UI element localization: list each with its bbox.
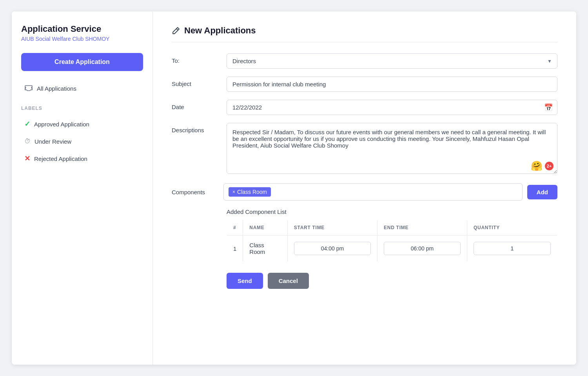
table-header-row: # NAME START TIME END TIME QUANTITY xyxy=(227,220,557,235)
cell-start-time xyxy=(287,235,377,262)
added-component-section: Added Component List # NAME START TIME E… xyxy=(227,208,557,262)
all-applications-item[interactable]: All Applications xyxy=(21,80,143,96)
date-control: 📅 xyxy=(227,100,557,115)
create-application-button[interactable]: Create Application xyxy=(21,53,143,71)
end-time-input[interactable] xyxy=(384,242,461,255)
clock-icon: ⏱ xyxy=(24,138,31,145)
cell-num: 1 xyxy=(227,235,243,262)
add-button[interactable]: Add xyxy=(527,185,557,199)
to-control: Directors Management HR ▼ xyxy=(227,53,557,69)
cancel-button[interactable]: Cancel xyxy=(268,273,309,289)
col-name: NAME xyxy=(243,220,287,235)
start-time-input[interactable] xyxy=(294,242,371,255)
to-label: To: xyxy=(172,53,219,64)
cell-name: Class Room xyxy=(243,235,287,262)
to-row: To: Directors Management HR ▼ xyxy=(172,53,557,69)
subject-label: Subject xyxy=(172,77,219,87)
labels-section: LABELS ✓ Approved Application ⏱ Under Re… xyxy=(21,106,143,167)
page-title: New Applications xyxy=(184,26,256,36)
component-tag: × Class Room xyxy=(229,187,271,197)
label-item-review[interactable]: ⏱ Under Review xyxy=(21,134,143,149)
textarea-wrapper: Respected Sir / Madam, To discuss our fu… xyxy=(227,123,557,175)
label-item-approved[interactable]: ✓ Approved Application xyxy=(21,116,143,132)
cell-quantity xyxy=(467,235,557,262)
subject-row: Subject xyxy=(172,77,557,92)
descriptions-control: Respected Sir / Madam, To discuss our fu… xyxy=(227,123,557,175)
app-subtitle: AIUB Social Welfare Club SHOMOY xyxy=(21,36,143,42)
review-label: Under Review xyxy=(34,138,71,145)
description-textarea[interactable]: Respected Sir / Madam, To discuss our fu… xyxy=(227,123,557,174)
hug-emoji: 🤗 xyxy=(531,161,543,172)
to-select-wrapper: Directors Management HR ▼ xyxy=(227,53,557,69)
send-button[interactable]: Send xyxy=(227,273,263,289)
col-quantity: QUANTITY xyxy=(467,220,557,235)
label-item-rejected[interactable]: ✕ Rejected Application xyxy=(21,150,143,167)
all-applications-label: All Applications xyxy=(37,85,76,92)
x-icon: ✕ xyxy=(24,154,30,163)
quantity-input[interactable] xyxy=(474,242,551,255)
component-tag-label: Class Room xyxy=(237,189,267,195)
subject-control xyxy=(227,77,557,92)
col-start-time: START TIME xyxy=(287,220,377,235)
app-title: Application Service xyxy=(21,24,143,34)
rejected-label: Rejected Application xyxy=(34,155,87,162)
components-label: Components xyxy=(172,189,219,195)
descriptions-label: Descriptions xyxy=(172,123,219,133)
date-row: Date 📅 xyxy=(172,100,557,115)
date-label: Date xyxy=(172,100,219,110)
emoji-badge: 2+ xyxy=(545,162,554,170)
check-icon: ✓ xyxy=(24,120,30,128)
cell-end-time xyxy=(377,235,467,262)
approved-label: Approved Application xyxy=(34,121,89,128)
col-end-time: END TIME xyxy=(377,220,467,235)
table-header: # NAME START TIME END TIME QUANTITY xyxy=(227,220,557,235)
components-row: Components × Class Room Add xyxy=(172,183,557,201)
date-input[interactable] xyxy=(227,100,557,115)
date-wrapper: 📅 xyxy=(227,100,557,115)
sidebar: Application Service AIUB Social Welfare … xyxy=(12,11,153,365)
main-content: New Applications To: Directors Managemen… xyxy=(153,11,576,365)
component-table: # NAME START TIME END TIME QUANTITY 1 Cl… xyxy=(227,220,557,262)
edit-icon xyxy=(172,26,180,35)
labels-heading: LABELS xyxy=(21,106,143,111)
col-num: # xyxy=(227,220,243,235)
page-header: New Applications xyxy=(172,26,557,42)
component-select-area[interactable]: × Class Room xyxy=(223,183,523,201)
subject-input[interactable] xyxy=(227,77,557,92)
descriptions-row: Descriptions Respected Sir / Madam, To d… xyxy=(172,123,557,175)
to-select[interactable]: Directors Management HR xyxy=(227,53,557,69)
added-component-title: Added Component List xyxy=(227,208,557,215)
inbox-icon xyxy=(24,84,33,92)
app-container: Application Service AIUB Social Welfare … xyxy=(12,11,576,365)
table-row: 1 Class Room xyxy=(227,235,557,262)
emoji-area: 🤗 2+ xyxy=(531,161,554,172)
table-body: 1 Class Room xyxy=(227,235,557,262)
action-buttons: Send Cancel xyxy=(227,273,557,289)
tag-remove-icon[interactable]: × xyxy=(232,189,235,195)
